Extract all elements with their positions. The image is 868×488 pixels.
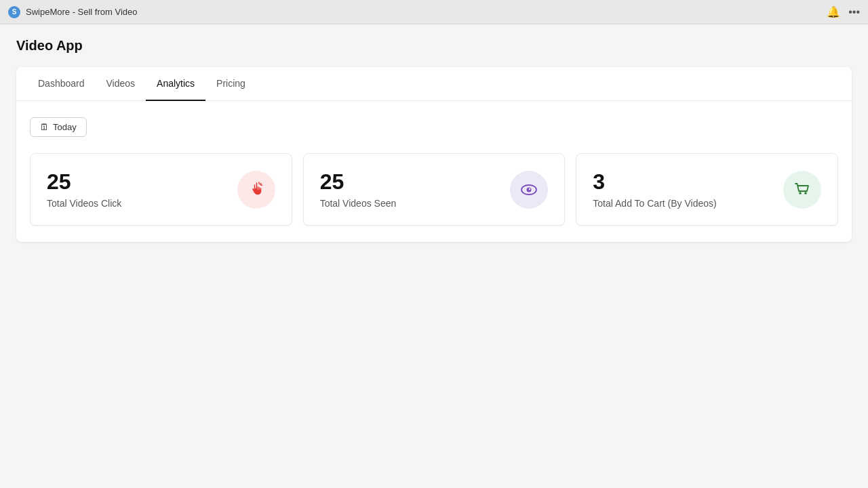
stats-grid: 25 Total Videos Click (30, 153, 838, 226)
tab-pricing[interactable]: Pricing (205, 67, 256, 101)
stat-icon-videos-seen (510, 171, 548, 209)
analytics-content: 🗓 Today 25 Total Videos Click (16, 101, 852, 242)
svg-point-4 (527, 187, 532, 192)
browser-bar-left: S SwipeMore - Sell from Video (8, 6, 138, 18)
page-title: Video App (16, 38, 852, 54)
stat-label-videos-seen: Total Videos Seen (320, 198, 397, 209)
svg-point-7 (804, 192, 807, 195)
stat-number-videos-click: 25 (47, 170, 121, 194)
stat-icon-add-to-cart (783, 171, 821, 209)
stat-label-videos-click: Total Videos Click (47, 198, 121, 209)
stat-card-add-to-cart: 3 Total Add To Cart (By Videos) (576, 153, 838, 226)
bell-icon[interactable]: 🔔 (827, 5, 840, 18)
stat-info-add-to-cart: 3 Total Add To Cart (By Videos) (593, 170, 716, 209)
stat-info-videos-click: 25 Total Videos Click (47, 170, 121, 209)
svg-point-5 (529, 188, 530, 189)
browser-bar: S SwipeMore - Sell from Video 🔔 ••• (0, 0, 868, 24)
tab-bar: Dashboard Videos Analytics Pricing (16, 67, 852, 101)
svg-line-1 (260, 183, 261, 184)
svg-point-6 (799, 192, 802, 195)
stat-info-videos-seen: 25 Total Videos Seen (320, 170, 397, 209)
browser-bar-right: 🔔 ••• (827, 5, 860, 18)
main-card: Dashboard Videos Analytics Pricing 🗓 Tod… (16, 67, 852, 242)
stat-icon-videos-click (237, 171, 275, 209)
tab-analytics[interactable]: Analytics (146, 67, 205, 101)
stat-number-add-to-cart: 3 (593, 170, 716, 194)
stat-card-videos-seen: 25 Total Videos Seen (303, 153, 566, 226)
stat-label-add-to-cart: Total Add To Cart (By Videos) (593, 198, 716, 209)
stat-card-videos-click: 25 Total Videos Click (30, 153, 292, 226)
page: Video App Dashboard Videos Analytics Pri… (0, 24, 868, 488)
browser-title: SwipeMore - Sell from Video (26, 7, 138, 17)
tab-dashboard[interactable]: Dashboard (27, 67, 96, 101)
more-icon[interactable]: ••• (848, 6, 860, 18)
date-filter-button[interactable]: 🗓 Today (30, 117, 87, 137)
date-filter-label: Today (53, 122, 77, 132)
app-logo: S (8, 6, 20, 18)
stat-number-videos-seen: 25 (320, 170, 397, 194)
calendar-icon: 🗓 (40, 122, 49, 132)
tab-videos[interactable]: Videos (96, 67, 146, 101)
